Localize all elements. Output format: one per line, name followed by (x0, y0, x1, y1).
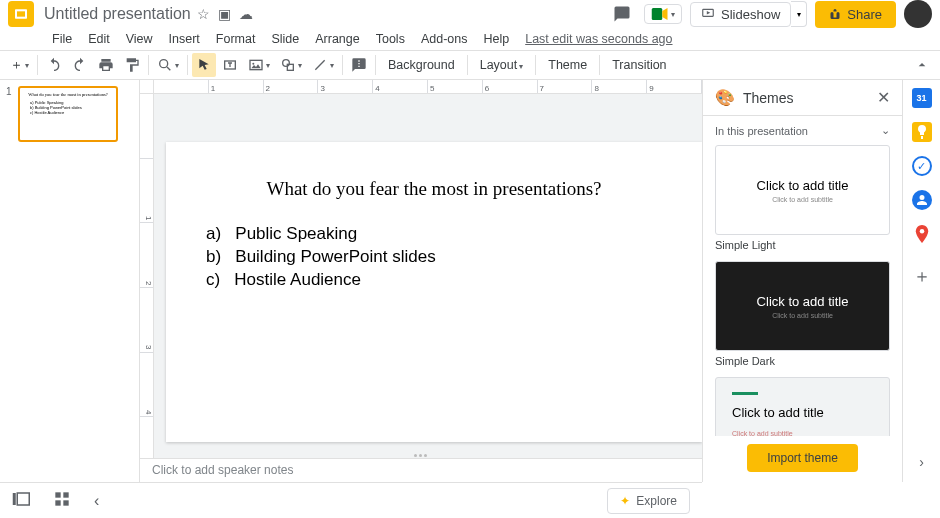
menu-file[interactable]: File (44, 30, 80, 48)
menu-bar: File Edit View Insert Format Slide Arran… (0, 28, 940, 50)
themes-subheader[interactable]: In this presentation ⌄ (703, 116, 902, 145)
menu-edit[interactable]: Edit (80, 30, 118, 48)
menu-arrange[interactable]: Arrange (307, 30, 367, 48)
slide-title[interactable]: What do you fear the most in presentatio… (196, 178, 672, 200)
comments-icon[interactable] (608, 0, 636, 28)
menu-format[interactable]: Format (208, 30, 264, 48)
svg-rect-11 (13, 493, 16, 505)
app-logo[interactable] (8, 1, 34, 27)
maps-icon[interactable] (912, 224, 932, 244)
calendar-icon[interactable]: 31 (912, 88, 932, 108)
svg-point-4 (160, 60, 168, 68)
filmstrip: 1 What do you fear the most in presentat… (0, 80, 140, 482)
svg-point-8 (283, 60, 290, 67)
slide-thumbnail[interactable]: What do you fear the most in presentatio… (18, 86, 118, 142)
speaker-notes[interactable]: Click to add speaker notes (140, 458, 702, 482)
move-icon[interactable]: ▣ (218, 6, 231, 22)
slideshow-button[interactable]: Slideshow (690, 2, 791, 27)
theme-simple-light[interactable]: Click to add title Click to add subtitle (715, 145, 890, 235)
slideshow-dropdown[interactable]: ▾ (791, 1, 807, 27)
palette-icon: 🎨 (715, 88, 735, 107)
theme-simple-dark[interactable]: Click to add title Click to add subtitle (715, 261, 890, 351)
canvas-area[interactable]: 123456789 12345 What do you fear the mos… (140, 80, 702, 482)
ruler-vertical: 12345 (140, 94, 154, 482)
svg-rect-1 (17, 11, 25, 16)
share-button[interactable]: Share (815, 1, 896, 28)
print-button[interactable] (94, 53, 118, 77)
transition-button[interactable]: Transition (604, 56, 674, 74)
collapse-filmstrip-icon[interactable]: ‹ (94, 492, 99, 510)
shape-tool[interactable]: ▾ (276, 53, 306, 77)
redo-button[interactable] (68, 53, 92, 77)
menu-view[interactable]: View (118, 30, 161, 48)
account-avatar[interactable] (904, 0, 932, 28)
paint-format-button[interactable] (120, 53, 144, 77)
filmstrip-view-icon[interactable] (12, 492, 30, 510)
svg-rect-14 (63, 492, 68, 497)
star-icon[interactable]: ☆ (197, 6, 210, 22)
grid-view-icon[interactable] (54, 491, 70, 511)
svg-rect-12 (17, 493, 29, 505)
cloud-icon[interactable]: ☁ (239, 6, 253, 22)
select-tool[interactable] (192, 53, 216, 77)
theme-streamline[interactable]: Click to add title Click to add subtitle (715, 377, 890, 436)
chevron-down-icon: ⌄ (881, 124, 890, 137)
tasks-icon[interactable]: ✓ (912, 156, 932, 176)
themes-title: Themes (743, 90, 794, 106)
image-tool[interactable]: ▾ (244, 53, 274, 77)
slide-canvas[interactable]: What do you fear the most in presentatio… (166, 142, 702, 442)
menu-slide[interactable]: Slide (263, 30, 307, 48)
svg-rect-16 (63, 500, 68, 505)
svg-rect-2 (652, 8, 663, 20)
menu-insert[interactable]: Insert (161, 30, 208, 48)
meet-button[interactable]: ▾ (644, 4, 682, 24)
import-theme-button[interactable]: Import theme (747, 444, 858, 472)
bottom-bar: ‹ ✦ Explore (0, 482, 702, 518)
menu-tools[interactable]: Tools (368, 30, 413, 48)
collapse-toolbar-button[interactable] (910, 53, 934, 77)
zoom-button[interactable]: ▾ (153, 53, 183, 77)
slide-body[interactable]: a) Public Speaking b) Building PowerPoin… (196, 224, 672, 290)
addons-icon[interactable]: ＋ (912, 266, 932, 286)
theme-name-light: Simple Light (715, 239, 890, 251)
expand-rail-icon[interactable]: › (912, 452, 932, 472)
svg-point-10 (919, 229, 924, 234)
textbox-tool[interactable] (218, 53, 242, 77)
side-rail: 31 ✓ ＋ › (902, 80, 940, 482)
undo-button[interactable] (42, 53, 66, 77)
comment-tool[interactable] (347, 53, 371, 77)
theme-button[interactable]: Theme (540, 56, 595, 74)
layout-button[interactable]: Layout (472, 56, 532, 74)
close-icon[interactable]: ✕ (877, 88, 890, 107)
ruler-corner (140, 80, 154, 94)
background-button[interactable]: Background (380, 56, 463, 74)
thumb-number: 1 (6, 86, 14, 142)
contacts-icon[interactable] (912, 190, 932, 210)
svg-rect-13 (55, 492, 60, 497)
explore-button[interactable]: ✦ Explore (607, 488, 690, 514)
doc-title[interactable]: Untitled presentation (40, 5, 191, 23)
svg-point-7 (252, 63, 254, 65)
line-tool[interactable]: ▾ (308, 53, 338, 77)
themes-panel: 🎨 Themes ✕ In this presentation ⌄ Click … (702, 80, 902, 482)
keep-icon[interactable] (912, 122, 932, 142)
last-edit-link[interactable]: Last edit was seconds ago (525, 32, 672, 46)
menu-addons[interactable]: Add-ons (413, 30, 476, 48)
theme-name-dark: Simple Dark (715, 355, 890, 367)
menu-help[interactable]: Help (475, 30, 517, 48)
new-slide-button[interactable]: ＋▾ (6, 53, 33, 77)
ruler-horizontal: 123456789 (154, 80, 702, 94)
explore-icon: ✦ (620, 494, 630, 508)
toolbar: ＋▾ ▾ ▾ ▾ ▾ Background Layout Theme Trans… (0, 50, 940, 80)
svg-rect-15 (55, 500, 60, 505)
